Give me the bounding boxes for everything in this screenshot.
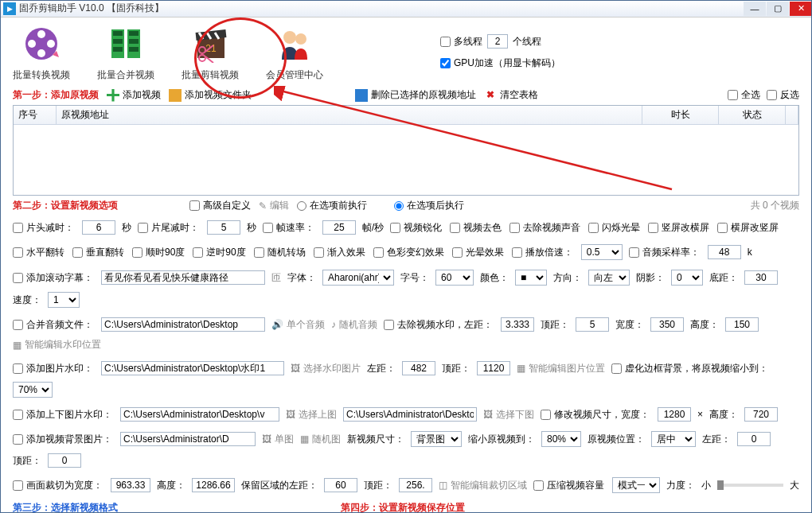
bg-checkbox[interactable]: 添加视频背景图片： xyxy=(13,433,112,446)
bot-pick[interactable]: 🖼选择下图 xyxy=(483,408,534,422)
tail-cut-checkbox[interactable]: 片尾减时： xyxy=(138,221,199,235)
fps-input[interactable] xyxy=(322,220,356,235)
botimg-path[interactable] xyxy=(343,407,477,422)
invert-checkbox[interactable]: 反选 xyxy=(767,88,799,102)
smart-crop[interactable]: ◫智能编辑裁切区域 xyxy=(439,479,527,492)
mergeaudio-checkbox[interactable]: 合并音频文件： xyxy=(13,318,93,332)
color-select[interactable]: ■ xyxy=(515,270,547,286)
font-select[interactable]: Aharoni(ahr) xyxy=(322,270,394,286)
imgwm-top[interactable] xyxy=(477,361,510,375)
shadow-select[interactable]: 0 xyxy=(671,270,703,286)
keep-t[interactable] xyxy=(399,478,432,492)
table-body[interactable] xyxy=(14,125,798,195)
bg-path[interactable] xyxy=(120,432,256,446)
imgwm-left[interactable] xyxy=(402,361,435,375)
pos-top[interactable] xyxy=(48,453,81,468)
topimg-path[interactable] xyxy=(120,407,279,422)
bottom-input[interactable] xyxy=(744,270,778,285)
add-folder-button[interactable]: 添加视频文件夹 xyxy=(169,88,252,102)
delete-url-button[interactable]: 删除已选择的原视频地址 xyxy=(355,88,476,102)
scroll-checkbox[interactable]: 添加滚动字幕： xyxy=(13,271,93,285)
dir-select[interactable]: 向左 xyxy=(588,270,630,286)
compress-checkbox[interactable]: 压缩视频容量 xyxy=(533,479,604,492)
tab-member[interactable]: 会员管理中心 xyxy=(266,22,323,82)
crop-h[interactable] xyxy=(192,478,235,492)
resize-h[interactable] xyxy=(744,407,778,422)
after-radio[interactable]: 在选项后执行 xyxy=(394,199,464,212)
h2v-checkbox[interactable]: 横屏改竖屏 xyxy=(717,221,779,235)
minimize-button[interactable]: — xyxy=(744,2,766,16)
dewm-left[interactable] xyxy=(501,317,534,332)
col-path[interactable]: 原视频地址 xyxy=(57,106,642,124)
edit-button[interactable]: ✎编辑 xyxy=(259,199,289,212)
bg-single[interactable]: 🖼单图 xyxy=(262,433,294,446)
v2h-checkbox[interactable]: 竖屏改横屏 xyxy=(648,221,709,235)
dewm-w[interactable] xyxy=(650,317,684,332)
imgwm-checkbox[interactable]: 添加图片水印： xyxy=(13,362,93,375)
flash-checkbox[interactable]: 闪烁光晕 xyxy=(588,221,640,235)
halo-checkbox[interactable]: 光晕效果 xyxy=(452,246,504,259)
hflip-checkbox[interactable]: 水平翻转 xyxy=(13,246,64,259)
spd-select[interactable]: 1 xyxy=(48,292,80,308)
resize-checkbox[interactable]: 修改视频尺寸，宽度： xyxy=(541,408,650,422)
maximize-button[interactable]: ▢ xyxy=(767,2,789,16)
audio-path[interactable] xyxy=(101,317,265,332)
tab-merge[interactable]: 批量合并视频 xyxy=(97,22,154,82)
select-all-checkbox[interactable]: 全选 xyxy=(728,88,760,102)
close-button[interactable]: ✕ xyxy=(790,2,812,16)
col-index[interactable]: 序号 xyxy=(14,106,57,124)
advanced-checkbox[interactable]: 高级自定义 xyxy=(189,199,251,212)
bg-rand[interactable]: ▦随机图 xyxy=(300,433,341,446)
crop-w[interactable] xyxy=(111,478,150,492)
fadein-checkbox[interactable]: 渐入效果 xyxy=(314,246,365,259)
single-audio[interactable]: 🔊单个音频 xyxy=(271,318,325,332)
smart-wm[interactable]: ▦智能编辑水印位置 xyxy=(13,338,101,352)
srate-checkbox[interactable]: 音频采样率： xyxy=(629,246,700,259)
fps-checkbox[interactable]: 帧速率： xyxy=(263,221,314,235)
before-radio[interactable]: 在选项前执行 xyxy=(297,199,367,212)
random-audio[interactable]: ♪随机音频 xyxy=(331,318,377,332)
blur-select[interactable]: 70% xyxy=(13,382,53,398)
dewm-h[interactable] xyxy=(725,317,759,332)
gray-checkbox[interactable]: 视频去色 xyxy=(450,221,502,235)
head-cut-input[interactable] xyxy=(82,220,115,235)
srate-input[interactable] xyxy=(708,245,741,259)
gpu-checkbox[interactable]: GPU加速（用显卡解码） xyxy=(440,56,560,70)
smart-img[interactable]: ▦智能编辑图片位置 xyxy=(517,362,605,375)
resize-w[interactable] xyxy=(658,407,691,422)
ccw-checkbox[interactable]: 逆时90度 xyxy=(193,246,245,259)
head-cut-checkbox[interactable]: 片头减时： xyxy=(13,221,74,235)
imgwm-path[interactable] xyxy=(101,361,284,375)
pick-wm[interactable]: 🖼选择水印图片 xyxy=(291,362,361,375)
tail-cut-input[interactable] xyxy=(207,220,240,235)
colorfx-checkbox[interactable]: 色彩变幻效果 xyxy=(373,246,444,259)
speed-select[interactable]: 0.5 xyxy=(581,244,623,260)
col-duration[interactable]: 时长 xyxy=(642,106,719,124)
cw-checkbox[interactable]: 顺时90度 xyxy=(132,246,185,259)
shrink-select[interactable]: 80% xyxy=(541,431,581,447)
pos-left[interactable] xyxy=(737,432,771,446)
tab-convert[interactable]: 批量转换视频 xyxy=(13,22,70,82)
pos-select[interactable]: 居中 xyxy=(651,431,696,447)
threads-input[interactable] xyxy=(487,34,508,49)
vflip-checkbox[interactable]: 垂直翻转 xyxy=(72,246,124,259)
dewm-checkbox[interactable]: 去除视频水印，左距： xyxy=(384,318,493,332)
size-select[interactable]: 60 xyxy=(435,270,474,286)
add-video-button[interactable]: 添加视频 xyxy=(107,88,161,102)
blur-checkbox[interactable]: 虚化边框背景，将原视频缩小到： xyxy=(611,362,768,375)
speed-checkbox[interactable]: 播放倍速： xyxy=(512,246,573,259)
newsize-select[interactable]: 背景图 xyxy=(411,431,462,447)
force-slider[interactable] xyxy=(717,484,783,487)
tab-clip[interactable]: 21 批量剪辑视频 xyxy=(182,22,239,82)
dewm-top[interactable] xyxy=(576,317,609,332)
sharpen-checkbox[interactable]: 视频锐化 xyxy=(390,221,442,235)
keep-l[interactable] xyxy=(324,478,357,492)
clear-button[interactable]: ✖清空表格 xyxy=(484,88,538,102)
scene-checkbox[interactable]: 随机转场 xyxy=(254,246,306,259)
mode-select[interactable]: 模式一 xyxy=(612,477,660,493)
scroll-input[interactable] xyxy=(101,270,265,285)
mute-checkbox[interactable]: 去除视频声音 xyxy=(509,221,580,235)
multithread-checkbox[interactable]: 多线程 xyxy=(440,35,482,49)
crop-checkbox[interactable]: 画面裁切为宽度： xyxy=(13,479,103,492)
tbwm-checkbox[interactable]: 添加上下图片水印： xyxy=(13,408,112,422)
